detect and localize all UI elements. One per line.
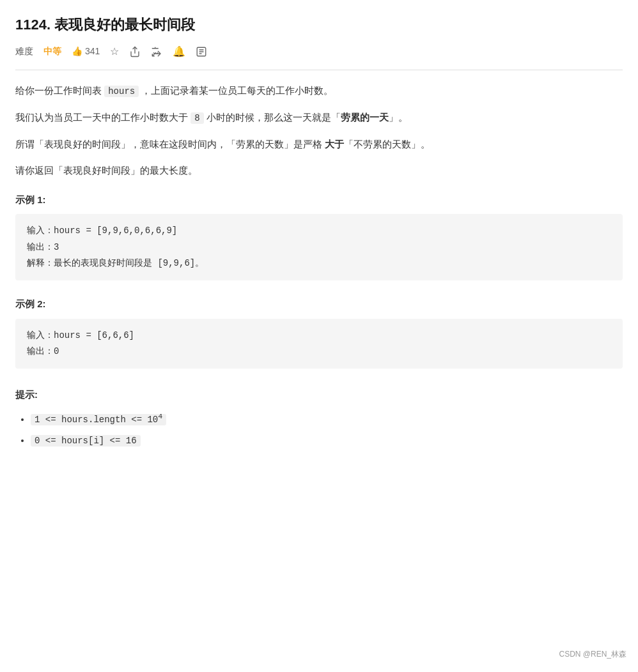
description-p1: 给你一份工作时间表 hours ，上面记录着某一位员工每天的工作小时数。 [15,82,623,100]
note-icon[interactable] [196,46,207,57]
difficulty-label: 难度 [15,44,33,59]
hints-title: 提示: [15,386,623,403]
eight-inline-code: 8 [191,112,203,124]
example2-code-block: 输入：hours = [6,6,6] 输出：0 [15,319,623,369]
description-p2: 我们认为当员工一天中的工作小时数大于 8 小时的时候，那么这一天就是「劳累的一天… [15,109,623,126]
like-section[interactable]: 👍 341 [72,44,100,59]
description-p4: 请你返回「表现良好时间段」的最大长度。 [15,162,623,179]
bell-icon[interactable]: 🔔 [173,43,185,60]
tired-day-bold: 劳累的一天 [341,112,389,123]
problem-title: 1124. 表现良好的最长时间段 [15,13,623,36]
star-icon[interactable]: ☆ [110,43,119,60]
share-icon[interactable] [129,46,141,57]
hint2: 0 <= hours[i] <= 16 [31,433,623,449]
difficulty-value: 中等 [43,44,61,59]
example1-code-block: 输入：hours = [9,9,6,0,6,6,9] 输出：3 解释：最长的表现… [15,214,623,280]
meta-row: 难度 中等 👍 341 ☆ 🔔 [15,43,623,70]
hint1-code: 1 <= hours.length <= 104 [31,414,166,425]
like-count: 341 [85,44,100,59]
description-p3: 所谓「表现良好的时间段」，意味在这段时间内，「劳累的天数」是严格 大于「不劳累的… [15,135,623,153]
thumbs-up-icon: 👍 [72,44,82,59]
hours-inline-code: hours [104,86,139,97]
example2-output: 输出：0 [27,344,611,360]
hint2-code: 0 <= hours[i] <= 16 [31,435,141,447]
example1-explain: 解释：最长的表现良好时间段是 [9,9,6]。 [27,256,611,271]
problem-body: 给你一份工作时间表 hours ，上面记录着某一位员工每天的工作小时数。 我们认… [15,82,623,179]
example2-input: 输入：hours = [6,6,6] [27,328,611,344]
example1-section: 示例 1: 输入：hours = [9,9,6,0,6,6,9] 输出：3 解释… [15,192,623,280]
example1-input: 输入：hours = [9,9,6,0,6,6,9] [27,223,611,239]
example2-title: 示例 2: [15,296,623,312]
translate-icon[interactable] [151,46,162,57]
hints-section: 提示: 1 <= hours.length <= 104 0 <= hours[… [15,386,623,450]
greater-than-bold: 大于 [325,139,344,149]
example2-section: 示例 2: 输入：hours = [6,6,6] 输出：0 [15,296,623,369]
example1-output: 输出：3 [27,240,611,256]
hint1: 1 <= hours.length <= 104 [31,410,623,428]
example1-title: 示例 1: [15,192,623,208]
hint1-sup: 4 [158,412,162,421]
hints-list: 1 <= hours.length <= 104 0 <= hours[i] <… [15,410,623,449]
